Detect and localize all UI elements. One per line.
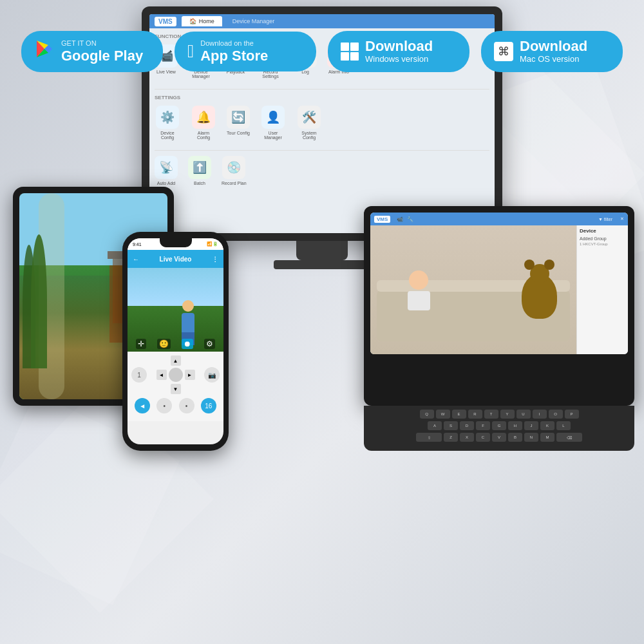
app-store-button[interactable]:  Download on the App Store [175, 32, 316, 71]
ctrl-dot1[interactable]: • [156, 398, 172, 413]
kb-key-o[interactable]: O [549, 410, 563, 419]
kb-key-e[interactable]: E [452, 410, 466, 419]
kb-key-m[interactable]: M [540, 433, 554, 442]
phone-more-icon[interactable]: ⋮ [212, 256, 218, 263]
kb-key-t[interactable]: T [484, 410, 498, 419]
vms-icon-tourconfig[interactable]: 🔄 Tour Config [227, 106, 250, 140]
vms-icon-extra1[interactable]: 📡 Auto Add [155, 156, 178, 185]
windows-icon [341, 43, 359, 61]
kb-key-a[interactable]: A [428, 421, 442, 430]
kb-key-j[interactable]: J [524, 421, 538, 430]
kb-key-y[interactable]: Y [500, 410, 515, 419]
kb-key-v[interactable]: V [492, 433, 506, 442]
kb-key-u[interactable]: U [516, 410, 531, 419]
phone-video: ✛ 🙂 ⏺ ⚙ [128, 268, 223, 352]
ctrl-dot2[interactable]: • [179, 398, 194, 413]
kb-key-s[interactable]: S [444, 421, 458, 430]
macos-sub-text: Mac OS version [520, 54, 587, 64]
ctrl-prev[interactable]: ◄ [135, 398, 150, 413]
tablet-right: VMS 📹 🔧 ▼ filter ✕ [364, 206, 634, 451]
macos-button[interactable]: ⌘ Download Mac OS version [481, 31, 623, 72]
baby-head [409, 270, 428, 290]
teddy-bear [522, 274, 557, 319]
face-icon[interactable]: 🙂 [157, 339, 171, 349]
windows-button[interactable]: Download Windows version [328, 31, 469, 72]
kb-key-r[interactable]: R [468, 410, 482, 419]
kb-key-b[interactable]: B [508, 433, 522, 442]
macos-text: Download Mac OS version [520, 39, 587, 64]
kb-key-d[interactable]: D [460, 421, 474, 430]
phone-back-icon[interactable]: ← [133, 256, 139, 263]
baby-figure [402, 270, 435, 316]
app-store-small-text: Download on the [200, 39, 268, 48]
sidebar-device-label: Device [580, 228, 625, 234]
vms-icon-usermanager[interactable]: 👤 User Manager [260, 106, 286, 140]
kb-key-p[interactable]: P [565, 410, 579, 419]
ctrl-1[interactable]: 1 [131, 367, 147, 383]
vms-icon-alarmconfig[interactable]: 🔔 Alarm Config [191, 106, 216, 140]
windows-text: Download Windows version [365, 39, 433, 64]
app-store-large-text: App Store [200, 48, 268, 64]
vms-icon-extra2[interactable]: ⬆️ Batch [188, 156, 211, 185]
kb-key-w[interactable]: W [436, 410, 450, 419]
vms-tablet-settings-icon[interactable]: 🔧 [407, 216, 413, 222]
kb-key-x[interactable]: X [460, 433, 474, 442]
sidebar-camera-detail: 1 HKCVT-Group [580, 242, 625, 246]
google-play-large-text: Google Play [61, 48, 143, 64]
kb-key-k[interactable]: K [540, 421, 554, 430]
phone-ctrl-row1: 1 ▲ ▼ ◄ ► 📷 [131, 355, 220, 394]
kb-key-g[interactable]: G [492, 421, 506, 430]
phone-header: ← Live Video ⋮ [128, 250, 223, 268]
phone-device: 9:41 📶🔋 ← Live Video ⋮ [122, 232, 229, 451]
phone-controls: 1 ▲ ▼ ◄ ► 📷 ◄ • • [128, 352, 223, 421]
windows-large-text: Download [365, 39, 433, 54]
ptz-right[interactable]: ► [185, 370, 195, 380]
macos-icon: ⌘ [494, 42, 513, 61]
app-store-text: Download on the App Store [200, 39, 268, 63]
phone-wrap: 9:41 📶🔋 ← Live Video ⋮ [122, 232, 229, 451]
ptz-center[interactable] [169, 368, 183, 382]
video-controls: ✛ 🙂 ⏺ ⚙ [128, 339, 223, 349]
kb-row-1: Q W E R T Y U I O P [368, 410, 630, 419]
kb-key-shift[interactable]: ⇧ [416, 433, 442, 442]
ptz-down[interactable]: ▼ [171, 384, 181, 394]
kb-key-l[interactable]: L [556, 421, 571, 430]
phone-signal: 📶🔋 [207, 242, 218, 247]
kb-key-i[interactable]: I [533, 410, 547, 419]
vms-tablet-video: VID FPS Rate: 7% All CPU Rate: 5% [370, 225, 576, 354]
phone-ctrl-row2: ◄ • • 16 [131, 398, 220, 413]
vms-extra-icons: 📡 Auto Add ⬆️ Batch 💿 Record Plan [155, 156, 489, 185]
baby-scene [370, 225, 576, 354]
phone-notch [160, 238, 192, 247]
kb-key-c[interactable]: C [476, 433, 490, 442]
header: GET IT ON Google Play  Download on the … [0, 0, 644, 103]
kb-key-n[interactable]: N [524, 433, 538, 442]
settings-icon[interactable]: ⚙ [204, 339, 215, 349]
sky [128, 268, 223, 306]
vms-tablet-bar: VMS 📹 🔧 ▼ filter ✕ [370, 213, 628, 225]
vms-tablet-filter[interactable]: ▼ filter [598, 217, 612, 222]
teddy-ear-right [544, 260, 554, 270]
vms-settings-icons: ⚙️ Device Config 🔔 Alarm Config 🔄 Tour C… [155, 106, 489, 140]
ctrl-next[interactable]: 16 [201, 398, 216, 413]
tree2 [31, 234, 47, 368]
vms-icon-extra3[interactable]: 💿 Record Plan [222, 156, 247, 185]
kb-key-h[interactable]: H [508, 421, 522, 430]
kb-key-f[interactable]: F [476, 421, 490, 430]
vms-tablet-cam-icon[interactable]: 📹 [397, 216, 403, 222]
vms-tablet-logo: VMS [374, 216, 390, 223]
ptz-left[interactable]: ◄ [156, 370, 167, 380]
vms-icon-deviceconfig[interactable]: ⚙️ Device Config [155, 106, 180, 140]
apple-icon:  [187, 41, 194, 62]
kb-key-q[interactable]: Q [420, 410, 434, 419]
vms-icon-sysconfig[interactable]: 🛠️ System Config [296, 106, 322, 140]
vms-tablet-ui: VMS 📹 🔧 ▼ filter ✕ [370, 213, 628, 354]
google-play-button[interactable]: GET IT ON Google Play [21, 31, 163, 72]
ptz-up[interactable]: ▲ [171, 355, 181, 366]
ptz-icon[interactable]: ✛ [136, 339, 146, 349]
rec-icon[interactable]: ⏺ [182, 339, 193, 349]
ctrl-snapshot[interactable]: 📷 [204, 367, 220, 383]
kb-key-z[interactable]: Z [444, 433, 458, 442]
kb-key-delete[interactable]: ⌫ [556, 433, 582, 442]
vms-tablet-close[interactable]: ✕ [620, 216, 624, 222]
